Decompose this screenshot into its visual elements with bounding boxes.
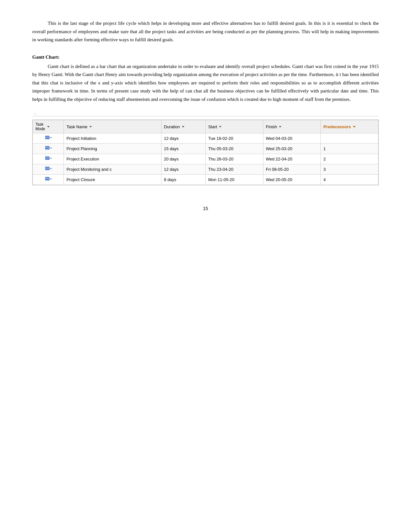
predecessors-cell	[321, 133, 378, 144]
svg-rect-1	[46, 135, 46, 137]
svg-rect-10	[45, 157, 50, 160]
col-header-start-label: Start	[208, 124, 217, 129]
svg-rect-21	[46, 177, 46, 178]
finish-cell: Wed 25-03-20	[263, 144, 321, 154]
col-header-finish[interactable]: Finish	[263, 120, 321, 133]
task-name-cell: Project Planning	[64, 144, 161, 154]
gantt-chart-heading: Gantt Chart:	[32, 54, 379, 60]
predecessors-cell: 1	[321, 144, 378, 154]
duration-cell: 20 days	[161, 154, 205, 164]
task-mode-cell	[33, 175, 64, 185]
col-header-finish-label: Finish	[266, 124, 277, 129]
col-header-task-mode[interactable]: Task Mode	[33, 120, 64, 133]
table-row: Project Closure8 daysMon 11-05-20Wed 20-…	[33, 175, 378, 185]
task-name-cell: Project Closure	[64, 175, 161, 185]
duration-cell: 15 days	[161, 144, 205, 154]
start-cell: Thu 23-04-20	[205, 164, 263, 175]
col-header-task-name[interactable]: Task Name	[64, 120, 161, 133]
start-cell: Mon 11-05-20	[205, 175, 263, 185]
predecessors-cell: 4	[321, 175, 378, 185]
col-header-task-name-label: Task Name	[66, 124, 87, 129]
svg-rect-12	[48, 156, 48, 157]
svg-rect-16	[46, 166, 46, 168]
start-cell: Thu 05-03-20	[205, 144, 263, 154]
predecessors-cell: 3	[321, 164, 378, 175]
task-mode-cell	[33, 144, 64, 154]
task-name-cell: Project Execution	[64, 154, 161, 164]
svg-rect-2	[48, 135, 48, 137]
table-header-row: Task Mode Task Name Duration	[33, 120, 378, 133]
task-name-cell: Project Monitoring and c	[64, 164, 161, 175]
svg-marker-14	[51, 158, 52, 159]
finish-cell: Fri 08-05-20	[263, 164, 321, 175]
duration-dropdown-icon[interactable]	[182, 126, 184, 128]
finish-cell: Wed 22-04-20	[263, 154, 321, 164]
svg-rect-11	[46, 156, 46, 157]
duration-cell: 8 days	[161, 175, 205, 185]
col-header-start[interactable]: Start	[205, 120, 263, 133]
predecessors-dropdown-icon[interactable]	[353, 126, 356, 128]
table-scroll-marker: ↔	[32, 111, 379, 116]
svg-rect-7	[48, 146, 48, 147]
col-header-predecessors-label: Predecessors	[323, 124, 351, 129]
start-cell: Thu 26-03-20	[205, 154, 263, 164]
task-mode-icon	[45, 135, 52, 141]
col-header-duration[interactable]: Duration	[161, 120, 205, 133]
task-mode-icon	[45, 166, 52, 172]
table-row: Project Monitoring and c12 daysThu 23-04…	[33, 164, 378, 175]
duration-cell: 12 days	[161, 133, 205, 144]
task-mode-cell	[33, 133, 64, 144]
svg-marker-9	[51, 147, 52, 149]
task-mode-icon	[45, 176, 52, 182]
start-dropdown-icon[interactable]	[219, 126, 221, 128]
finish-dropdown-icon[interactable]	[279, 126, 281, 128]
task-name-dropdown-icon[interactable]	[89, 126, 92, 128]
task-name-cell: Project Initiation	[64, 133, 161, 144]
svg-rect-0	[45, 136, 50, 139]
col-header-task-mode-label: Task Mode	[35, 122, 45, 131]
task-mode-cell	[33, 154, 64, 164]
gantt-table-wrapper: Task Mode Task Name Duration	[32, 120, 379, 185]
finish-cell: Wed 04-03-20	[263, 133, 321, 144]
predecessors-cell: 2	[321, 154, 378, 164]
task-mode-cell	[33, 164, 64, 175]
svg-rect-15	[45, 167, 50, 170]
task-mode-dropdown-icon[interactable]	[47, 126, 50, 128]
svg-rect-17	[48, 166, 48, 168]
svg-rect-6	[46, 146, 46, 147]
start-cell: Tue 18-02-20	[205, 133, 263, 144]
table-row: Project Execution20 daysThu 26-03-20Wed …	[33, 154, 378, 164]
task-mode-icon	[45, 145, 52, 151]
svg-rect-20	[45, 177, 50, 180]
col-header-duration-label: Duration	[164, 124, 180, 129]
svg-marker-4	[51, 137, 52, 138]
duration-cell: 12 days	[161, 164, 205, 175]
svg-rect-5	[45, 146, 50, 150]
page-number: 15	[32, 206, 379, 211]
gantt-description: Gantt chart is defined as a bar chart th…	[32, 63, 379, 104]
finish-cell: Wed 20-05-20	[263, 175, 321, 185]
task-mode-icon	[45, 156, 52, 161]
svg-marker-19	[51, 168, 52, 169]
table-row: Project Planning15 daysThu 05-03-20Wed 2…	[33, 144, 378, 154]
table-row: Project Initiation12 daysTue 18-02-20Wed…	[33, 133, 378, 144]
col-header-predecessors[interactable]: Predecessors	[321, 120, 378, 133]
gantt-table: Task Mode Task Name Duration	[33, 120, 378, 185]
svg-rect-22	[48, 177, 48, 178]
intro-paragraph: This is the last stage of the project li…	[32, 19, 379, 44]
svg-marker-24	[51, 178, 52, 179]
